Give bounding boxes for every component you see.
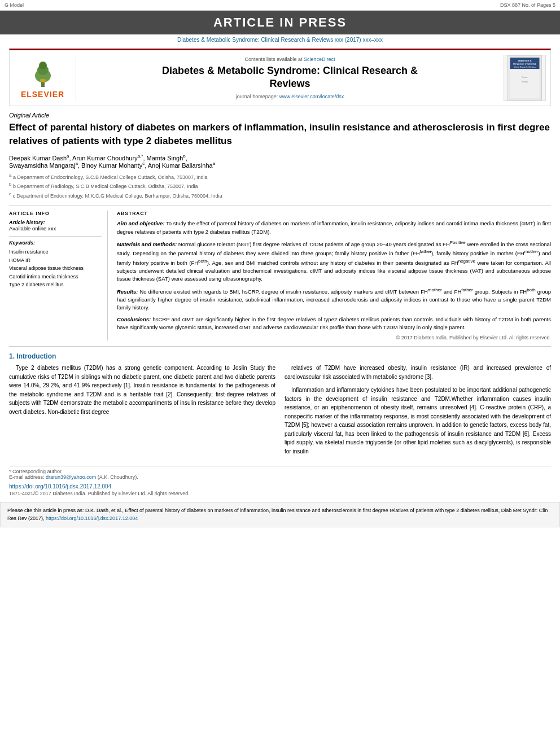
authors: Deepak Kumar Dasha, Arun Kumar Choudhury… bbox=[9, 154, 551, 169]
citation-box: Please cite this article in press as: D.… bbox=[0, 502, 560, 527]
doi-link[interactable]: https://doi.org/10.1016/j.dsx.2017.12.00… bbox=[9, 483, 551, 490]
abstract-text: Aim and objective: To study the effect o… bbox=[117, 220, 551, 331]
svg-point-3 bbox=[39, 62, 47, 69]
contents-line: Contents lists available at ScienceDirec… bbox=[81, 56, 499, 62]
top-meta-bar: G Model DSX 887 No. of Pages 5 bbox=[0, 0, 560, 11]
sciencedirect-link[interactable]: ScienceDirect bbox=[304, 56, 335, 62]
affiliations: a a Department of Endocrinology, S.C.B M… bbox=[9, 172, 551, 200]
svg-text:Image: Image bbox=[522, 80, 528, 83]
svg-text:DIABETES &: DIABETES & bbox=[518, 59, 531, 62]
intro-body: Type 2 diabetes mellitus (T2DM) has a st… bbox=[9, 364, 551, 460]
rights-line: 1871-4021/© 2017 Diabetes India. Publish… bbox=[9, 491, 551, 496]
dsx-label: DSX 887 No. of Pages 5 bbox=[500, 2, 555, 8]
intro-para1: Type 2 diabetes mellitus (T2DM) has a st… bbox=[9, 364, 275, 416]
citation-doi-link[interactable]: https://doi.org/10.1016/j.dsx.2017.12.00… bbox=[46, 516, 138, 521]
corresponding-note: * Corresponding author. bbox=[9, 469, 551, 474]
conclusions-para: Conclusions: hsCRP and cIMT are signific… bbox=[117, 316, 551, 332]
intro-left-col: Type 2 diabetes mellitus (T2DM) has a st… bbox=[9, 364, 275, 460]
svg-text:Clinical Research & Reviews: Clinical Research & Reviews bbox=[514, 66, 536, 68]
right-col: ABSTRACT Aim and objective: To study the… bbox=[117, 211, 551, 340]
doi-rights-block: https://doi.org/10.1016/j.dsx.2017.12.00… bbox=[9, 483, 551, 496]
journal-cover-thumb: DIABETES & METABOLIC SYNDROME Clinical R… bbox=[504, 55, 546, 101]
svg-rect-4 bbox=[40, 79, 46, 82]
journal-header: ELSEVIER Contents lists available at Sci… bbox=[9, 49, 551, 106]
keywords-section: Keywords: Insulin resistance HOMA IR Vis… bbox=[9, 240, 102, 289]
svg-text:Cover: Cover bbox=[522, 76, 528, 78]
g-model-label: G Model bbox=[5, 2, 24, 8]
page-wrapper: G Model DSX 887 No. of Pages 5 ARTICLE I… bbox=[0, 0, 560, 527]
journal-homepage-link[interactable]: www.elsevier.com/locate/dsx bbox=[279, 94, 344, 99]
copyright-line: © 2017 Diabetes India. Published by Else… bbox=[117, 335, 551, 340]
article-title: Effect of parental history of diabetes o… bbox=[9, 121, 551, 148]
elsevier-logo: ELSEVIER bbox=[14, 55, 76, 101]
left-col: ARTICLE INFO Article history: Available … bbox=[9, 211, 108, 340]
journal-homepage: journal homepage: www.elsevier.com/locat… bbox=[81, 94, 499, 99]
intro-para2: relatives of T2DM have increased obesity… bbox=[285, 364, 551, 381]
elsevier-tree-icon bbox=[23, 58, 63, 89]
abstract-label: ABSTRACT bbox=[117, 211, 551, 216]
journal-link-bar: Diabetes & Metabolic Syndrome: Clinical … bbox=[0, 34, 560, 45]
section-divider bbox=[9, 346, 551, 347]
svg-text:METABOLIC SYNDROME: METABOLIC SYNDROME bbox=[513, 63, 537, 65]
cover-image: DIABETES & METABOLIC SYNDROME Clinical R… bbox=[506, 55, 543, 101]
intro-right-col: relatives of T2DM have increased obesity… bbox=[285, 364, 551, 460]
footnote-area: * Corresponding author. E-mail address: … bbox=[9, 466, 551, 480]
results-para: Results: No difference existed with rega… bbox=[117, 287, 551, 312]
intro-para3: Inflammation and inflammatory cytokines … bbox=[285, 386, 551, 456]
article-info-abstract: ARTICLE INFO Article history: Available … bbox=[9, 206, 551, 340]
svg-rect-10 bbox=[510, 70, 540, 98]
journal-title-main: Diabetes & Metabolic Syndrome: Clinical … bbox=[81, 64, 499, 91]
elsevier-text: ELSEVIER bbox=[21, 90, 64, 99]
article-history: Article history: Available online xxx bbox=[9, 220, 102, 231]
main-content: Original Article Effect of parental hist… bbox=[0, 112, 560, 496]
intro-heading: 1. Introduction bbox=[9, 352, 551, 360]
methods-para: Materials and methods: Normal glucose to… bbox=[117, 239, 551, 283]
article-type: Original Article bbox=[9, 112, 551, 119]
article-info-label: ARTICLE INFO bbox=[9, 211, 102, 216]
aim-para: Aim and objective: To study the effect o… bbox=[117, 220, 551, 236]
journal-title-block: Contents lists available at ScienceDirec… bbox=[81, 55, 499, 101]
email-note: E-mail address: drarun39@yahoo.com (A.K.… bbox=[9, 474, 551, 480]
email-link[interactable]: drarun39@yahoo.com bbox=[46, 474, 96, 480]
article-in-press-banner: ARTICLE IN PRESS bbox=[0, 11, 560, 34]
